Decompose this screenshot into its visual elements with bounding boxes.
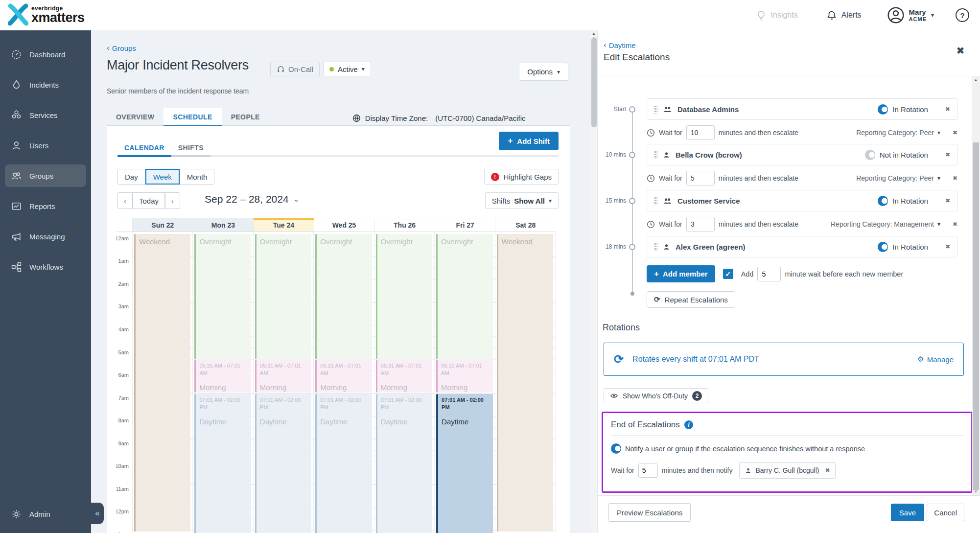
bell-icon [826,10,837,21]
remove-member-icon[interactable] [945,151,950,158]
alerts-nav[interactable]: Alerts [826,10,862,21]
sidebar-item-reports[interactable]: Reports [5,195,86,217]
subtab-calendar[interactable]: CALENDAR [117,139,171,155]
save-button[interactable]: Save [891,504,924,521]
remove-wait-icon[interactable] [953,129,957,136]
prev-week-button[interactable] [117,192,133,209]
shift-event-overnight[interactable]: Overnight [194,234,251,359]
sidebar-item-services[interactable]: Services [5,104,86,126]
sidebar-item-groups[interactable]: Groups [5,164,86,187]
subtab-shifts[interactable]: SHIFTS [171,139,210,155]
sidebar-item-workflows[interactable]: Workflows [5,255,86,278]
notify-assignee-chip[interactable]: Barry C. Gull (bcgull) [739,462,836,479]
shift-event-daytime[interactable]: 07:01 AM - 02:00 PM Daytime [376,394,432,533]
brand-text: everbridge xmatters [31,5,85,24]
timeline-node [629,152,635,158]
shift-event-weekend[interactable]: Weekend [497,234,553,532]
notify-toggle[interactable] [611,443,621,454]
wait-minutes-input[interactable] [686,217,715,232]
scrollbar-down-arrow[interactable] [972,489,980,494]
user-menu[interactable]: Mary ACME [887,6,934,24]
sidebar-collapse-button[interactable] [91,503,104,524]
shift-event-overnight[interactable]: Overnight [255,234,311,359]
shift-event-overnight[interactable]: Overnight [376,234,432,359]
sidebar-item-admin[interactable]: Admin [5,503,86,525]
add-shift-button[interactable]: Add Shift [499,132,559,150]
rotation-toggle[interactable] [878,104,888,115]
remove-wait-icon[interactable] [953,221,957,228]
view-week-button[interactable]: Week [145,169,180,185]
rotation-toggle[interactable] [865,150,875,160]
brand-logo[interactable]: everbridge xmatters [8,3,85,26]
scrollbar-thumb[interactable] [591,37,597,127]
tab-people[interactable]: PEOPLE [222,108,269,125]
shift-event-morning[interactable]: 05:31 AM - 07:01 AM Morning [315,360,372,393]
tab-schedule[interactable]: SCHEDULE [163,108,221,125]
help-icon[interactable] [956,8,969,22]
manage-rotation-button[interactable]: Manage [917,355,954,364]
scrollbar-thumb[interactable] [973,142,979,490]
reporting-category-dropdown[interactable]: Reporting Category: Peer [856,174,957,182]
shift-event-morning[interactable]: 05:31 AM - 07:01 AM Morning [255,360,311,393]
reporting-category-dropdown[interactable]: Reporting Category: Management [831,220,957,228]
shift-event-daytime[interactable]: 07:01 AM - 02:00 PM Daytime [315,394,372,533]
remove-member-icon[interactable] [945,197,950,204]
shift-event-weekend[interactable]: Weekend [134,234,190,532]
shift-event-overnight[interactable]: Overnight [436,234,492,359]
reporting-category-dropdown[interactable]: Reporting Category: Peer [856,129,957,137]
shift-event-daytime[interactable]: 07:01 AM - 02:00 PM Daytime [255,394,311,533]
panel-scrollbar[interactable] [972,76,980,495]
info-icon[interactable] [684,420,693,429]
shift-event-morning[interactable]: 05:31 AM - 07:01 AM Morning [194,360,251,393]
breadcrumb-groups[interactable]: Groups [107,43,136,53]
show-off-duty-button[interactable]: Show Who's Off-Duty 2 [604,388,708,403]
repeat-escalations-button[interactable]: Repeat Escalations [647,291,735,308]
insights-nav[interactable]: Insights [756,10,798,21]
breadcrumb-daytime[interactable]: Daytime [604,40,636,50]
eoe-wait-input[interactable] [638,463,658,478]
next-week-button[interactable] [165,192,180,209]
today-button[interactable]: Today [133,192,165,209]
date-range-picker[interactable]: Sep 22 – 28, 2024 [205,193,299,205]
drag-handle-icon[interactable] [654,105,657,114]
view-day-button[interactable]: Day [117,169,145,185]
view-month-button[interactable]: Month [180,169,215,185]
preview-escalations-button[interactable]: Preview Escalations [608,503,691,522]
end-of-escalations-section: End of Escalations Notify a user or grou… [602,412,973,493]
options-button[interactable]: Options [519,63,568,81]
remove-assignee-icon[interactable] [825,467,830,474]
rotation-toggle[interactable] [878,196,888,206]
status-dropdown[interactable]: Active [323,62,371,76]
wait-minutes-input[interactable] [686,125,715,140]
shifts-filter-dropdown[interactable]: Shifts Show All [485,192,559,209]
rotation-toggle[interactable] [878,242,888,252]
shift-event-daytime[interactable]: 07:01 AM - 02:00 PM Daytime [194,394,251,533]
highlight-gaps-button[interactable]: Highlight Gaps [484,169,559,185]
remove-wait-icon[interactable] [953,175,957,182]
page-scrollbar[interactable] [590,30,597,533]
shift-event-daytime-selected[interactable]: 07:01 AM - 02:00 PM Daytime [436,394,492,533]
wait-minutes-input[interactable] [686,171,715,185]
sidebar-item-incidents[interactable]: Incidents [5,73,86,96]
shift-event-morning[interactable]: 05:31 AM - 07:01 AM Morning [376,360,432,393]
add-member-button[interactable]: Add member [647,265,715,282]
scrollbar-up-arrow[interactable] [590,31,597,36]
remove-member-icon[interactable] [945,106,950,113]
remove-member-icon[interactable] [945,243,950,250]
auto-wait-checkbox[interactable] [723,269,733,279]
rotations-summary[interactable]: Rotates every shift at 07:01 AM PDT Mana… [604,343,964,376]
auto-wait-input[interactable] [757,267,781,281]
sidebar-item-users[interactable]: Users [5,134,86,157]
sidebar-item-messaging[interactable]: Messaging [5,225,86,248]
drag-handle-icon[interactable] [654,151,657,159]
shift-event-morning[interactable]: 05:31 AM - 07:01 AM Morning [436,360,492,393]
on-call-badge[interactable]: On-Call [270,62,320,76]
sidebar-item-dashboard[interactable]: Dashboard [5,43,86,66]
drag-handle-icon[interactable] [654,243,657,251]
scrollbar-up-arrow[interactable] [972,78,980,82]
cancel-button[interactable]: Cancel [927,504,964,521]
drag-handle-icon[interactable] [654,197,657,205]
shift-event-overnight[interactable]: Overnight [315,234,372,359]
close-icon[interactable] [957,45,964,56]
tab-overview[interactable]: OVERVIEW [107,108,163,125]
